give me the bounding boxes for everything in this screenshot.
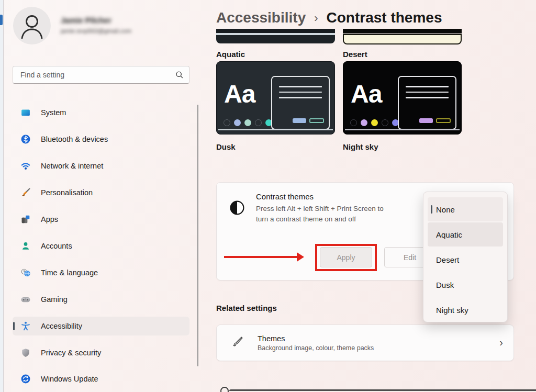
theme-label-aquatic: Aquatic xyxy=(216,50,245,59)
swatch xyxy=(255,119,262,126)
theme-card-dusk[interactable]: Aa xyxy=(216,61,335,135)
accessibility-icon xyxy=(21,321,30,331)
page-title: Contrast themes xyxy=(327,9,442,26)
person-icon xyxy=(13,7,51,44)
preview-text-line xyxy=(406,97,449,98)
sidebar-item-personalisation[interactable]: Personalisation xyxy=(13,183,189,202)
sidebar-item-accessibility[interactable]: Accessibility xyxy=(13,317,189,335)
dropdown-item-night-sky[interactable]: Night sky xyxy=(428,298,503,322)
setting-description-line1: Press left Alt + left Shift + Print Scre… xyxy=(256,205,384,212)
swatch xyxy=(234,119,241,126)
background-window-edge xyxy=(0,0,4,392)
preview-buttons xyxy=(419,118,451,123)
preview-text-line xyxy=(406,92,449,93)
sidebar-item-label: Bluetooth & devices xyxy=(41,135,108,143)
dropdown-item-label: None xyxy=(436,205,455,214)
wifi-icon xyxy=(21,161,30,171)
related-themes-text: Themes Background image, colour, theme p… xyxy=(258,334,374,352)
dropdown-item-label: Night sky xyxy=(436,306,468,315)
sidebar-item-label: Privacy & security xyxy=(41,349,101,357)
preview-text-line xyxy=(279,97,322,98)
sidebar-scrollbar[interactable] xyxy=(197,105,198,366)
dropdown-item-dusk[interactable]: Dusk xyxy=(428,273,503,297)
preview-button-outline xyxy=(436,118,451,123)
related-row-title: Themes xyxy=(258,334,374,343)
color-swatches xyxy=(350,119,399,126)
preview-taskbar-line xyxy=(218,129,333,131)
dropdown-item-label: Desert xyxy=(436,255,459,264)
breadcrumb-parent[interactable]: Accessibility xyxy=(216,9,306,26)
theme-card-night-sky[interactable]: Aa xyxy=(343,61,462,135)
annotation-arrow xyxy=(224,256,297,258)
paintbrush-icon xyxy=(21,188,30,197)
preview-taskbar-line xyxy=(345,129,460,131)
sidebar-item-network-internet[interactable]: Network & internet xyxy=(13,156,189,175)
chevron-right-icon: › xyxy=(314,10,318,25)
preview-text-line xyxy=(406,86,449,87)
theme-label-desert: Desert xyxy=(343,50,367,59)
search-box xyxy=(13,66,189,84)
profile-name: Jamie Pilcher xyxy=(61,16,111,25)
sidebar-item-label: Personalisation xyxy=(41,188,93,197)
window-preview xyxy=(271,76,330,130)
sidebar-item-accounts[interactable]: Accounts xyxy=(13,237,189,255)
aquatic-bottom-bar xyxy=(216,35,335,43)
sidebar-item-label: Windows Update xyxy=(41,375,98,383)
sidebar-item-bluetooth-devices[interactable]: Bluetooth & devices xyxy=(13,130,189,149)
preview-text-line xyxy=(279,92,322,93)
theme-label-night-sky: Night sky xyxy=(343,142,378,151)
sidebar-item-apps[interactable]: Apps xyxy=(13,210,189,229)
sidebar-item-label: Network & internet xyxy=(41,162,103,170)
update-sync-icon xyxy=(21,374,30,384)
annotation-arrow-head xyxy=(297,252,304,262)
contrast-icon xyxy=(230,200,244,217)
sidebar-item-label: Accessibility xyxy=(41,322,82,330)
contrast-theme-dropdown: None Aquatic Desert Dusk Night sky xyxy=(423,192,508,322)
preview-button-filled xyxy=(419,118,433,123)
swatch xyxy=(350,119,357,126)
window-preview xyxy=(398,76,456,130)
profile-email: jamie.iexp563@gmail.com xyxy=(61,28,131,34)
sidebar-item-system[interactable]: System xyxy=(13,103,189,122)
font-sample: Aa xyxy=(351,80,382,108)
sidebar-item-gaming[interactable]: Gaming xyxy=(13,290,189,309)
sidebar-item-time-language[interactable]: Time & language xyxy=(13,263,189,282)
dropdown-item-label: Aquatic xyxy=(436,230,462,239)
theme-card-desert-partial[interactable] xyxy=(343,29,462,44)
search-input[interactable] xyxy=(13,66,189,84)
system-icon xyxy=(21,108,30,117)
selected-indicator-pill xyxy=(431,205,432,214)
swatch xyxy=(361,119,367,126)
sidebar-item-label: Time & language xyxy=(41,268,98,277)
account-person-icon xyxy=(21,241,30,251)
sidebar-item-label: System xyxy=(41,108,66,117)
gamepad-icon xyxy=(21,295,30,304)
selected-indicator-pill xyxy=(13,322,15,330)
setting-description-line2: turn a contrast theme on and off xyxy=(256,215,356,223)
desert-bottom-bar xyxy=(343,34,462,44)
setting-title: Contrast themes xyxy=(256,192,314,201)
settings-window: Jamie Pilcher jamie.iexp563@gmail.com Sy… xyxy=(0,0,536,392)
cropped-help-icon xyxy=(220,387,229,392)
preview-text-line xyxy=(279,86,322,87)
swatch xyxy=(224,119,230,126)
sidebar-item-privacy-security[interactable]: Privacy & security xyxy=(13,343,189,362)
dropdown-item-none[interactable]: None xyxy=(428,197,503,221)
sidebar-item-label: Apps xyxy=(41,215,58,223)
color-swatches xyxy=(224,119,272,126)
apps-icon xyxy=(21,215,30,224)
theme-card-aquatic-partial[interactable] xyxy=(216,29,335,43)
theme-label-dusk: Dusk xyxy=(216,142,236,151)
preview-buttons xyxy=(293,118,324,123)
related-themes-row[interactable]: Themes Background image, colour, theme p… xyxy=(216,324,514,361)
preview-button-filled xyxy=(293,118,306,123)
dropdown-item-desert[interactable]: Desert xyxy=(428,248,503,272)
annotation-highlight-box xyxy=(315,244,377,271)
sidebar-item-windows-update[interactable]: Windows Update xyxy=(13,369,189,388)
preview-button-outline xyxy=(309,118,324,123)
dropdown-item-aquatic[interactable]: Aquatic xyxy=(428,222,503,247)
brush-icon xyxy=(231,335,244,350)
aquatic-card-body xyxy=(216,29,335,33)
avatar xyxy=(13,7,51,44)
related-settings-heading: Related settings xyxy=(216,304,277,312)
